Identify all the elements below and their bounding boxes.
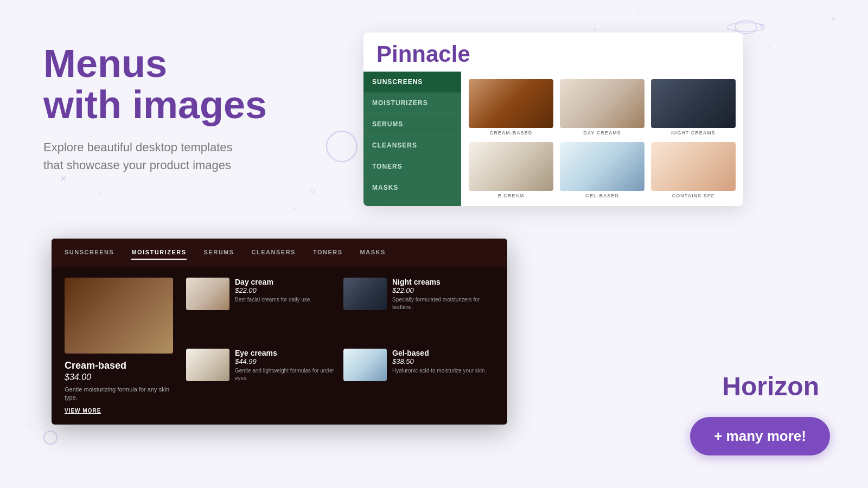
dark-product-price-day-cream: $22.00 [235,286,311,294]
dark-nav-toners[interactable]: TONERS [313,246,343,260]
horizon-section: Horizon [722,371,819,401]
dark-product-desc-night-cream: Specially formulated moisturizers for be… [392,296,494,311]
pinnacle-label-contains-spf: CONTAINS SPF [651,193,736,198]
dark-nav-serums[interactable]: SERUMS [204,246,234,260]
pinnacle-body: SUNSCREENS MOISTURIZERS SERUMS CLEANSERS… [363,72,743,206]
dark-featured-description: Gentle moisturizing formula for any skin… [65,386,173,402]
dark-product-desc-eye-cream: Gentle and lightweight formulas for unde… [235,367,337,382]
dark-product-eye-cream: Eye creams $44.99 Gentle and lightweight… [186,349,337,413]
pinnacle-product-grid: CREAM-BASED DAY CREAMS NIGHT CREAMS E CR… [461,72,743,206]
dark-nav-cleansers[interactable]: CLEANSERS [252,246,296,260]
dark-nav-moisturizers[interactable]: MOISTURIZERS [131,246,186,260]
dark-product-name-night-cream: Night creams [392,278,494,286]
left-section: Menus with images Explore beautiful desk… [43,43,336,174]
dark-featured-view-more-link[interactable]: VIEW MORE [65,408,173,414]
dark-product-night-cream: Night creams $22.00 Specially formulated… [343,278,494,342]
dark-menu-nav: SUNSCREENS MOISTURIZERS SERUMS CLEANSERS… [52,239,507,267]
pinnacle-img-cream-based [469,79,553,128]
pinnacle-nav-toners[interactable]: TONERS [363,156,461,177]
main-headline: Menus with images [43,43,336,125]
dark-product-name-eye-cream: Eye creams [235,349,337,357]
dark-product-price-gel-based: $38.50 [392,357,486,365]
dark-product-price-eye-cream: $44.99 [235,357,337,365]
pinnacle-nav-moisturizers[interactable]: MOISTURIZERS [363,93,461,114]
pinnacle-nav-serums[interactable]: SERUMS [363,114,461,135]
pinnacle-grid-item-contains-spf[interactable]: CONTAINS SPF [648,139,739,202]
pinnacle-img-night-creams [651,79,736,128]
dark-menu-content: Cream-based $34.00 Gentle moisturizing f… [52,267,507,425]
dark-featured-image [65,278,173,354]
pinnacle-img-e-cream [469,142,553,191]
pinnacle-label-cream-based: CREAM-BASED [469,130,553,136]
pinnacle-card: Pinnacle SUNSCREENS MOISTURIZERS SERUMS … [363,33,743,206]
dark-product-img-eye-cream [186,349,229,381]
pinnacle-nav-cleansers[interactable]: CLEANSERS [363,135,461,156]
pinnacle-nav-masks[interactable]: MASKS [363,177,461,198]
dark-product-info-night-cream: Night creams $22.00 Specially formulated… [392,278,494,311]
dark-nav-sunscreens[interactable]: SUNSCREENS [65,246,114,260]
pinnacle-grid-item-gel-based[interactable]: GEL-BASED [557,139,648,202]
pinnacle-img-day-creams [560,79,644,128]
dark-menu-card: SUNSCREENS MOISTURIZERS SERUMS CLEANSERS… [52,239,507,425]
pinnacle-img-contains-spf [651,142,736,191]
dark-featured-title: Cream-based [65,360,173,371]
pinnacle-grid-item-cream-based[interactable]: CREAM-BASED [465,76,557,139]
dark-products-grid: Day cream $22.00 Best facial creams for … [186,278,494,414]
horizon-title: Horizon [722,371,819,401]
dark-featured-price: $34.00 [65,373,173,382]
main-subheadline: Explore beautiful desktop templates that… [43,138,336,174]
dark-product-desc-gel-based: Hyaluronic acid to moisturize your skin. [392,367,486,375]
dark-product-img-night-cream [343,278,387,310]
pinnacle-sidebar: SUNSCREENS MOISTURIZERS SERUMS CLEANSERS… [363,72,461,206]
dark-product-img-day-cream [186,278,229,310]
dark-product-desc-day-cream: Best facial creams for daily use. [235,296,311,304]
dark-product-info-gel-based: Gel-based $38.50 Hyaluronic acid to mois… [392,349,486,375]
dark-product-price-night-cream: $22.00 [392,286,494,294]
dark-product-gel-based: Gel-based $38.50 Hyaluronic acid to mois… [343,349,494,413]
pinnacle-label-gel-based: GEL-BASED [560,193,644,198]
dark-product-name-gel-based: Gel-based [392,349,486,357]
pinnacle-label-day-creams: DAY CREAMS [560,130,644,136]
dark-nav-moisturizers-wrap: MOISTURIZERS [131,246,186,260]
dark-product-img-gel-based [343,349,387,381]
dark-nav-masks[interactable]: MASKS [360,246,386,260]
svg-point-0 [735,21,757,34]
pinnacle-title: Pinnacle [363,33,743,72]
dark-product-day-cream: Day cream $22.00 Best facial creams for … [186,278,337,342]
svg-point-1 [727,23,765,31]
pinnacle-grid-item-e-cream[interactable]: E CREAM [465,139,557,202]
pinnacle-grid-item-night-creams[interactable]: NIGHT CREAMS [648,76,739,139]
dark-product-info-eye-cream: Eye creams $44.99 Gentle and lightweight… [235,349,337,382]
dark-featured-product: Cream-based $34.00 Gentle moisturizing f… [65,278,173,414]
pinnacle-grid-item-day-creams[interactable]: DAY CREAMS [557,76,648,139]
dark-product-name-day-cream: Day cream [235,278,311,286]
pinnacle-label-night-creams: NIGHT CREAMS [651,130,736,136]
many-more-button[interactable]: + many more! [690,417,830,455]
pinnacle-label-e-cream: E CREAM [469,193,553,198]
pinnacle-nav-sunscreens[interactable]: SUNSCREENS [363,72,461,93]
dark-product-info-day-cream: Day cream $22.00 Best facial creams for … [235,278,311,304]
pinnacle-img-gel-based [560,142,644,191]
